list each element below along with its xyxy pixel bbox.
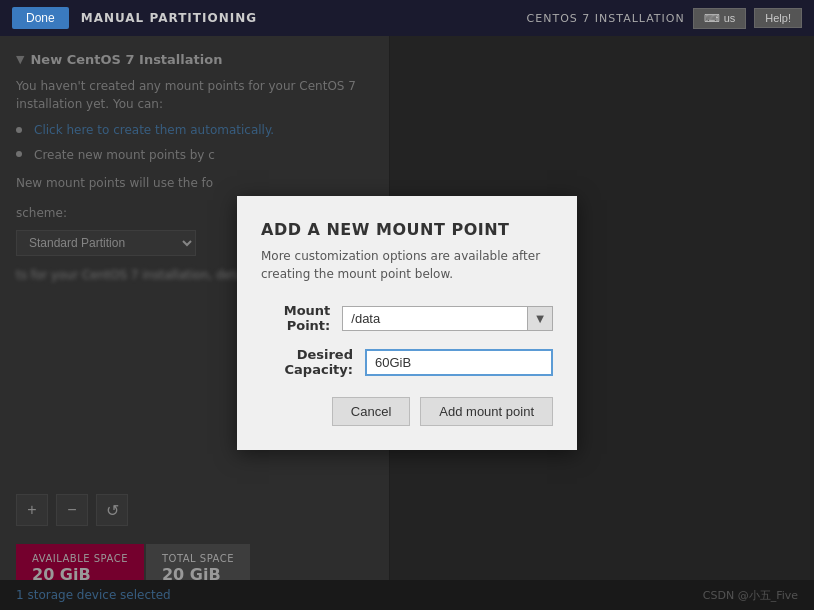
capacity-row: Desired Capacity: [261, 347, 553, 377]
capacity-label: Desired Capacity: [261, 347, 365, 377]
dialog-subtitle: More customization options are available… [261, 247, 553, 283]
dialog-buttons: Cancel Add mount point [261, 397, 553, 426]
mount-point-row: Mount Point: ▼ [261, 303, 553, 333]
main-area: ▼ New CentOS 7 Installation You haven't … [0, 36, 814, 610]
done-button[interactable]: Done [12, 7, 69, 29]
mount-point-input[interactable] [343, 307, 527, 330]
mount-point-label: Mount Point: [261, 303, 342, 333]
capacity-input[interactable] [365, 349, 553, 376]
keyboard-icon: ⌨ [704, 12, 720, 25]
top-bar: Done MANUAL PARTITIONING CENTOS 7 INSTAL… [0, 0, 814, 36]
mount-point-container: ▼ [342, 306, 553, 331]
add-mount-point-button[interactable]: Add mount point [420, 397, 553, 426]
centos-title: CENTOS 7 INSTALLATION [527, 12, 685, 25]
mount-point-dropdown-arrow[interactable]: ▼ [527, 307, 552, 330]
top-bar-right: CENTOS 7 INSTALLATION ⌨ us Help! [527, 8, 802, 29]
cancel-button[interactable]: Cancel [332, 397, 410, 426]
modal-overlay: ADD A NEW MOUNT POINT More customization… [0, 36, 814, 610]
add-mount-point-dialog: ADD A NEW MOUNT POINT More customization… [237, 196, 577, 450]
keyboard-lang: us [724, 12, 736, 24]
keyboard-button[interactable]: ⌨ us [693, 8, 747, 29]
help-button[interactable]: Help! [754, 8, 802, 28]
app-title: MANUAL PARTITIONING [81, 11, 257, 25]
dialog-title: ADD A NEW MOUNT POINT [261, 220, 553, 239]
